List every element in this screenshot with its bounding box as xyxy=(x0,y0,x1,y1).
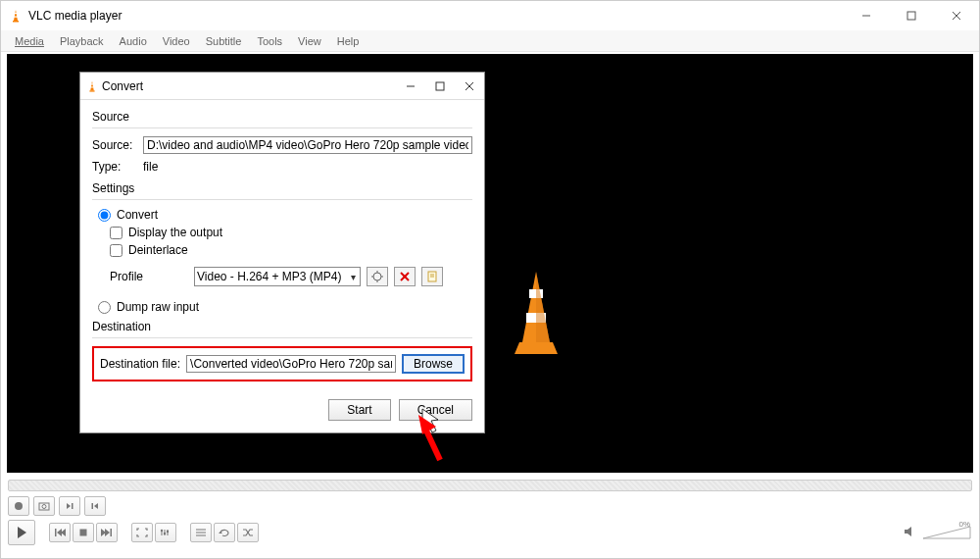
volume-icon[interactable] xyxy=(904,524,917,541)
loop-b-button[interactable] xyxy=(84,496,106,516)
ext-settings-button[interactable] xyxy=(155,523,176,542)
play-button[interactable] xyxy=(8,520,35,545)
playlist-button[interactable] xyxy=(190,523,212,542)
fullscreen-button[interactable] xyxy=(131,523,153,542)
dialog-vlc-icon xyxy=(86,80,98,92)
destination-file-label: Destination file: xyxy=(100,357,180,371)
volume-slider[interactable]: 0% xyxy=(921,524,972,541)
convert-radio[interactable] xyxy=(98,209,111,222)
svg-rect-17 xyxy=(72,503,74,509)
svg-point-48 xyxy=(373,273,381,280)
stop-button[interactable] xyxy=(73,523,94,542)
menu-help[interactable]: Help xyxy=(331,35,366,47)
svg-marker-12 xyxy=(536,272,550,342)
dialog-minimize-button[interactable] xyxy=(396,73,425,100)
start-button[interactable]: Start xyxy=(328,399,390,421)
type-value: file xyxy=(143,160,158,174)
menu-playback[interactable]: Playback xyxy=(54,35,110,47)
dialog-titlebar[interactable]: Convert xyxy=(80,73,484,100)
svg-marker-26 xyxy=(105,529,110,536)
deinterlace-label: Deinterlace xyxy=(128,243,188,257)
svg-rect-42 xyxy=(91,83,94,84)
main-titlebar: VLC media player xyxy=(1,1,979,30)
menu-subtitle[interactable]: Subtitle xyxy=(200,35,248,47)
destination-file-input[interactable] xyxy=(186,355,396,373)
svg-rect-27 xyxy=(111,529,113,536)
vlc-cone-icon xyxy=(507,270,565,362)
svg-rect-24 xyxy=(80,530,87,536)
svg-rect-3 xyxy=(14,17,18,18)
seek-bar[interactable] xyxy=(8,480,972,491)
loop-button[interactable] xyxy=(214,523,235,542)
profile-label: Profile xyxy=(110,270,188,283)
next-button[interactable] xyxy=(96,523,118,542)
window-minimize-button[interactable] xyxy=(844,1,889,30)
svg-marker-40 xyxy=(90,80,93,89)
record-button[interactable] xyxy=(8,496,29,516)
snapshot-button[interactable] xyxy=(33,496,55,516)
window-close-button[interactable] xyxy=(934,1,979,30)
vlc-logo-icon xyxy=(9,9,23,23)
svg-marker-16 xyxy=(67,503,71,509)
svg-rect-18 xyxy=(92,503,94,509)
svg-marker-37 xyxy=(219,532,222,534)
menu-view[interactable]: View xyxy=(292,35,327,47)
menu-media[interactable]: Media xyxy=(9,35,50,47)
dialog-title: Convert xyxy=(102,79,143,93)
svg-point-15 xyxy=(42,505,46,509)
svg-point-32 xyxy=(164,533,166,534)
svg-rect-1 xyxy=(13,21,19,23)
menu-tools[interactable]: Tools xyxy=(251,35,288,47)
svg-point-31 xyxy=(161,530,163,532)
prev-button[interactable] xyxy=(49,523,71,542)
volume-percent: 0% xyxy=(958,520,970,529)
destination-highlight: Destination file: Browse xyxy=(92,346,472,381)
settings-section-label: Settings xyxy=(92,181,472,195)
source-section-label: Source xyxy=(92,110,472,124)
svg-rect-45 xyxy=(436,82,444,90)
dialog-close-button[interactable] xyxy=(455,73,484,100)
convert-dialog: Convert Source Source: Type: file Settin… xyxy=(79,72,485,433)
svg-rect-2 xyxy=(15,13,18,14)
svg-marker-38 xyxy=(905,527,911,536)
svg-rect-43 xyxy=(90,86,93,87)
profile-select[interactable]: Video - H.264 + MP3 (MP4) xyxy=(194,267,361,286)
svg-rect-41 xyxy=(89,90,94,91)
svg-rect-5 xyxy=(907,12,915,20)
svg-point-33 xyxy=(167,531,169,533)
type-label: Type: xyxy=(92,160,137,174)
destination-section-label: Destination xyxy=(92,320,472,333)
dialog-maximize-button[interactable] xyxy=(425,73,455,100)
profile-new-button[interactable] xyxy=(421,267,443,286)
profile-delete-button[interactable] xyxy=(394,267,416,286)
deinterlace-checkbox[interactable] xyxy=(110,244,122,257)
window-title: VLC media player xyxy=(28,9,122,23)
display-output-checkbox[interactable] xyxy=(110,227,122,239)
menubar: Media Playback Audio Video Subtitle Tool… xyxy=(1,30,979,52)
browse-button[interactable]: Browse xyxy=(402,354,465,374)
source-input[interactable] xyxy=(143,136,472,154)
svg-marker-19 xyxy=(94,503,98,509)
svg-marker-0 xyxy=(14,10,18,21)
window-maximize-button[interactable] xyxy=(889,1,934,30)
loop-a-button[interactable] xyxy=(59,496,80,516)
profile-edit-button[interactable] xyxy=(367,267,388,286)
menu-video[interactable]: Video xyxy=(157,35,196,47)
convert-radio-label: Convert xyxy=(117,208,158,222)
dump-raw-radio[interactable] xyxy=(98,301,111,314)
svg-marker-9 xyxy=(514,342,558,354)
dump-raw-label: Dump raw input xyxy=(117,300,199,314)
display-output-label: Display the output xyxy=(128,226,222,239)
source-label: Source: xyxy=(92,138,137,152)
menu-audio[interactable]: Audio xyxy=(114,35,153,47)
svg-point-13 xyxy=(15,502,23,510)
svg-marker-20 xyxy=(18,527,26,538)
cancel-button[interactable]: Cancel xyxy=(399,399,472,421)
shuffle-button[interactable] xyxy=(237,523,259,542)
svg-rect-21 xyxy=(55,529,57,536)
